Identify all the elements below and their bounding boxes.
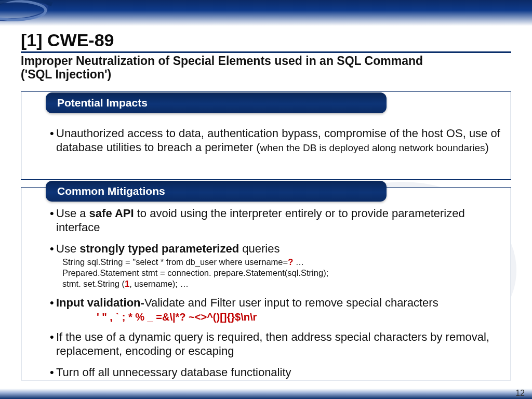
mitigations-heading-pill: Common Mitigations bbox=[46, 181, 387, 202]
code-number: 1 bbox=[125, 279, 129, 288]
mitigation-bullet-5: • Turn off all unnecessary database func… bbox=[50, 366, 507, 380]
mitigations-bullets: • Use a safe API to avoid using the inte… bbox=[50, 207, 507, 380]
text-fragment: Use bbox=[56, 242, 79, 255]
mitigation-bullet-3: • Input validation-Validate and Filter u… bbox=[50, 296, 507, 310]
special-characters: ' " , ` ; * % _ =&\|*? ~<>^()[]{}$\n\r bbox=[97, 311, 507, 323]
bottom-bar bbox=[0, 389, 532, 399]
text-fragment: Validate and Filter user input to remove… bbox=[144, 296, 438, 309]
text-fragment: String sql.String = "select * from db_us… bbox=[62, 257, 288, 267]
mitigation-bullet-1-text: Use a safe API to avoid using the interp… bbox=[56, 207, 498, 235]
text-fragment: , username); … bbox=[129, 279, 189, 288]
text-fragment: stmt. set.String ( bbox=[62, 279, 125, 288]
mitigation-bullet-5-text: Turn off all unnecessary database functi… bbox=[56, 366, 291, 380]
mitigation-bullet-3-text: Input validation-Validate and Filter use… bbox=[56, 296, 503, 310]
bullet-dot: • bbox=[50, 127, 56, 140]
page-number: 12 bbox=[515, 389, 525, 398]
text-fragment: queries bbox=[239, 242, 280, 255]
code-placeholder: ? bbox=[288, 257, 293, 267]
bullet-dot: • bbox=[50, 296, 56, 310]
slide-subtitle: Improper Neutralization of Special Eleme… bbox=[21, 54, 426, 82]
bullet-dot: • bbox=[50, 330, 56, 344]
impacts-bullet-1: • Unauthorized access to data, authentic… bbox=[50, 127, 502, 155]
mitigation-bullet-2-text: Use strongly typed parameterized queries bbox=[56, 242, 280, 256]
slide-title: [1] CWE-89 bbox=[21, 30, 511, 53]
top-banner bbox=[0, 0, 532, 26]
bullet-dot: • bbox=[50, 366, 56, 379]
code-line-1: String sql.String = "select * from db_us… bbox=[62, 257, 507, 268]
code-sample: String sql.String = "select * from db_us… bbox=[62, 257, 507, 289]
mitigation-bullet-4-text: If the use of a dynamic query is require… bbox=[56, 330, 503, 358]
text-bold: strongly typed parameterized bbox=[79, 242, 239, 255]
bullet-dot: • bbox=[50, 207, 56, 220]
text-bold: Input validation- bbox=[56, 296, 144, 309]
slide: [1] CWE-89 Improper Neutralization of Sp… bbox=[0, 0, 532, 399]
text-fragment-small: when the DB is deployed along network bo… bbox=[260, 142, 485, 153]
text-fragment: … bbox=[293, 257, 304, 267]
code-line-2: Prepared.Statement stmt = connection. pr… bbox=[62, 268, 507, 278]
mitigation-bullet-1: • Use a safe API to avoid using the inte… bbox=[50, 207, 507, 235]
impacts-bullets: • Unauthorized access to data, authentic… bbox=[50, 127, 502, 155]
mitigation-bullet-2: • Use strongly typed parameterized queri… bbox=[50, 242, 507, 256]
bullet-dot: • bbox=[50, 242, 56, 256]
code-line-3: stmt. set.String (1, username); … bbox=[62, 278, 507, 289]
svg-point-1 bbox=[0, 1, 46, 20]
impacts-bullet-1-text: Unauthorized access to data, authenticat… bbox=[56, 127, 502, 155]
text-fragment: ) bbox=[485, 141, 489, 154]
text-bold: safe API bbox=[89, 207, 134, 220]
impacts-heading-pill: Potential Impacts bbox=[46, 92, 387, 113]
logo-swirl-icon bbox=[0, 0, 78, 30]
text-fragment: Use a bbox=[56, 207, 89, 220]
mitigation-bullet-4: • If the use of a dynamic query is requi… bbox=[50, 330, 507, 358]
